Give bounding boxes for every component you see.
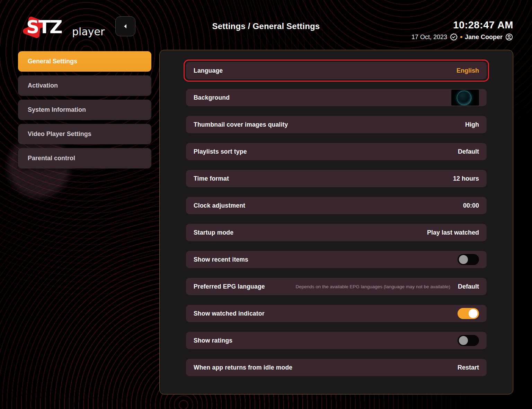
user-name[interactable]: Jane Cooper — [465, 34, 503, 41]
setting-value: 00:00 — [463, 202, 479, 209]
setting-label: Startup mode — [194, 229, 233, 236]
clock-block: 10:28:47 AM 17 Oct, 2023 Jane Cooper — [411, 19, 513, 41]
settings-panel: LanguageEnglishBackgroundThumbnail cover… — [159, 50, 513, 394]
sidebar-item-label: Video Player Settings — [28, 130, 91, 138]
setting-hint: Depends on the available EPG languages (… — [295, 284, 450, 289]
setting-value: High — [465, 121, 479, 128]
setting-value: English — [456, 67, 479, 74]
setting-control — [458, 335, 479, 346]
setting-control — [458, 308, 479, 319]
setting-control: 12 hours — [453, 175, 479, 182]
setting-control: Play last watched — [427, 229, 479, 236]
setting-row-show-watched-indicator[interactable]: Show watched indicator — [186, 305, 487, 322]
setting-label: When app returns from idle mode — [194, 364, 292, 371]
setting-control: Depends on the available EPG languages (… — [295, 283, 479, 290]
setting-control: High — [465, 121, 479, 128]
setting-value: Restart — [458, 364, 479, 371]
setting-value: Default — [458, 283, 479, 290]
separator-dot — [460, 36, 462, 38]
setting-row-startup-mode[interactable]: Startup modePlay last watched — [186, 224, 487, 241]
setting-row-show-recent-items[interactable]: Show recent items — [186, 251, 487, 268]
toggle-knob — [459, 255, 468, 264]
sidebar-item-activation[interactable]: Activation — [18, 75, 151, 96]
setting-label: Time format — [194, 175, 229, 182]
setting-row-clock-adjustment[interactable]: Clock adjustment00:00 — [186, 197, 487, 214]
setting-row-background[interactable]: Background — [186, 89, 487, 106]
setting-label: Show ratings — [194, 337, 232, 344]
sidebar-item-parental-control[interactable]: Parental control — [18, 148, 151, 169]
sidebar: General SettingsActivationSystem Informa… — [18, 51, 151, 172]
setting-label: Background — [194, 94, 230, 101]
setting-control — [458, 254, 479, 265]
setting-control: English — [456, 67, 479, 74]
user-icon[interactable] — [505, 33, 513, 41]
header: STZ player Settings / General Settings 1… — [0, 0, 532, 50]
sidebar-item-system-information[interactable]: System Information — [18, 100, 151, 120]
sidebar-item-label: Parental control — [28, 155, 75, 162]
setting-label: Show watched indicator — [194, 310, 265, 317]
sidebar-item-label: System Information — [28, 106, 86, 113]
setting-control: Restart — [458, 364, 479, 371]
setting-control: 00:00 — [463, 202, 479, 209]
background-thumbnail[interactable] — [451, 90, 479, 106]
setting-value: Play last watched — [427, 229, 479, 236]
sidebar-item-label: Activation — [28, 82, 58, 89]
clock-date: 17 Oct, 2023 — [411, 34, 447, 41]
toggle-switch[interactable] — [458, 308, 479, 319]
setting-label: Show recent items — [194, 256, 248, 263]
toggle-switch[interactable] — [458, 335, 479, 346]
verified-badge-icon — [450, 33, 458, 41]
setting-control — [451, 90, 479, 106]
setting-row-show-ratings[interactable]: Show ratings — [186, 332, 487, 349]
settings-rows: LanguageEnglishBackgroundThumbnail cover… — [186, 62, 487, 376]
clock-time: 10:28:47 AM — [411, 19, 513, 31]
sidebar-item-video-player-settings[interactable]: Video Player Settings — [18, 124, 151, 144]
toggle-switch[interactable] — [458, 254, 479, 265]
setting-label: Language — [194, 67, 223, 74]
setting-label: Playlists sort type — [194, 148, 247, 155]
setting-control: Default — [458, 148, 479, 155]
setting-label: Clock adjustment — [194, 202, 245, 209]
planet-sphere-image — [457, 91, 471, 105]
setting-label: Thumbnail cover images quality — [194, 121, 288, 128]
setting-row-when-app-returns-from-idle-mode[interactable]: When app returns from idle modeRestart — [186, 359, 487, 376]
setting-value: Default — [458, 148, 479, 155]
setting-value: 12 hours — [453, 175, 479, 182]
setting-row-thumbnail-cover-images-quality[interactable]: Thumbnail cover images qualityHigh — [186, 116, 487, 133]
toggle-knob — [469, 309, 478, 318]
sidebar-item-label: General Settings — [28, 58, 77, 65]
setting-row-playlists-sort-type[interactable]: Playlists sort typeDefault — [186, 143, 487, 160]
sidebar-item-general-settings[interactable]: General Settings — [18, 51, 151, 72]
setting-row-language[interactable]: LanguageEnglish — [186, 62, 487, 79]
setting-row-time-format[interactable]: Time format12 hours — [186, 170, 487, 187]
setting-row-preferred-epg-language[interactable]: Preferred EPG languageDepends on the ava… — [186, 278, 487, 295]
toggle-knob — [459, 336, 468, 345]
setting-label: Preferred EPG language — [194, 283, 265, 290]
